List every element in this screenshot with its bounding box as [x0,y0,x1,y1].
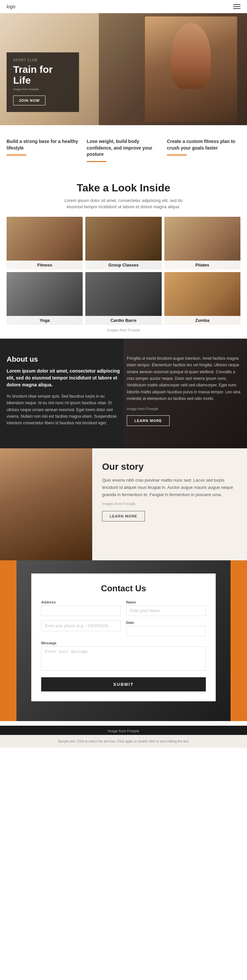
feature-item-2: Lose weight, build body confidence, and … [87,138,160,162]
story-content: Our story Quis viverra nibh cras pulvina… [92,448,247,560]
hero-overlay: SPORT CLUB Train for Life Image from Fre… [6,52,79,112]
contact-form-row-1: Address Name [41,600,206,616]
name-label: Name [126,600,206,604]
feature-line-2 [87,161,107,162]
hero-image-credit: Image from Freepik [13,88,72,91]
about-title: About us [6,355,120,364]
gallery-item-zumba[interactable]: Zumba [164,272,241,325]
gallery-label-zumba: Zumba [164,316,241,325]
address-group: Address [41,600,121,616]
gallery-grid: Fitness Group Classes Pilates Yoga Cardi… [6,217,241,325]
contact-bg-credit: Image from Freepik [0,726,247,735]
gallery-label-cardio: Cardio Barre [85,316,161,325]
address-label: Address [41,600,121,604]
header: logo [0,0,247,13]
about-right-text: Fringilla ut morbi tincidunt augue inter… [127,355,241,402]
hero-title: Train for Life [13,64,72,86]
gallery-description: Lorem ipsum dolor sit amet, consectetur … [61,197,186,210]
hero-person-image [145,16,237,122]
gallery-section: Take a Look Inside Lorem ipsum dolor sit… [0,172,247,339]
story-image [0,448,92,560]
feature-item-3: Create a custom fitness plan to crush yo… [167,138,241,162]
date-label: Date [126,620,206,625]
feature-text-3: Create a custom fitness plan to crush yo… [167,138,241,151]
gallery-item-yoga[interactable]: Yoga [6,272,83,325]
name-group: Name [126,600,206,616]
submit-button[interactable]: SUBMIT [41,677,206,691]
gallery-title: Take a Look Inside [6,182,241,194]
gallery-item-cardio[interactable]: Cardio Barre [85,272,161,325]
orange-bar-right [231,560,247,721]
feature-line-1 [6,154,26,156]
message-group: Message [41,641,206,671]
feature-text-1: Build a strong base for a healthy lifest… [6,138,80,151]
story-title: Our story [102,461,237,472]
message-label: Message [41,641,206,645]
feature-item-1: Build a strong base for a healthy lifest… [6,138,80,162]
gallery-item-fitness[interactable]: Fitness [6,217,83,269]
name-input[interactable] [126,605,206,616]
join-now-button[interactable]: JOIN NOW [13,95,45,105]
feature-line-3 [167,154,187,156]
story-image-inner [0,448,92,560]
address-input[interactable] [41,605,121,616]
about-left: About us Lorem ipsum dolor sit amet, con… [6,355,127,432]
gallery-item-group[interactable]: Group Classes [85,217,161,269]
gallery-label-pilates: Pilates [164,261,241,269]
hamburger-icon[interactable] [233,4,241,9]
about-section: About us Lorem ipsum dolor sit amet, con… [0,339,247,448]
about-right: Fringilla ut morbi tincidunt augue inter… [127,355,241,432]
logo: logo [6,4,15,9]
phone-group [41,620,121,636]
date-group: Date [126,620,206,636]
gallery-label-yoga: Yoga [6,316,83,325]
date-input[interactable] [126,626,206,636]
gallery-label-group: Group Classes [85,261,161,269]
features-section: Build a strong base for a healthy lifest… [0,125,247,172]
about-image-credit: Image from Freepik [127,407,241,411]
contact-section: Contact Us Address Name Date Message [0,560,247,721]
about-learn-more-button[interactable]: LEARN MORE [127,415,170,426]
story-learn-more-button[interactable]: LEARN MORE [102,511,145,522]
hero-sport-club-label: SPORT CLUB [13,58,72,62]
about-body: Ac tincidunt vitae semper quis. Sed fauc… [6,393,120,426]
story-image-credit: Images from Freepik [102,502,237,506]
gallery-item-pilates[interactable]: Pilates [164,217,241,269]
footer-note: Sample text. Click to select the text bo… [0,735,247,748]
gallery-label-fitness: Fitness [6,261,83,269]
message-input[interactable] [41,646,206,671]
feature-text-2: Lose weight, build body confidence, and … [87,138,160,158]
story-text: Quis viverra nibh cras pulvinar mattis n… [102,477,237,498]
gallery-credit: Images from Freepik [6,328,241,332]
hero-section: SPORT CLUB Train for Life Image from Fre… [0,13,247,125]
about-intro: Lorem ipsum dolor sit amet, consectetur … [6,368,120,388]
phone-input[interactable] [41,620,121,631]
contact-form-row-2: Date [41,620,206,636]
contact-form-box: Contact Us Address Name Date Message [31,574,216,701]
contact-title: Contact Us [41,583,206,593]
orange-bar-left [0,560,16,721]
story-section: Our story Quis viverra nibh cras pulvina… [0,448,247,560]
